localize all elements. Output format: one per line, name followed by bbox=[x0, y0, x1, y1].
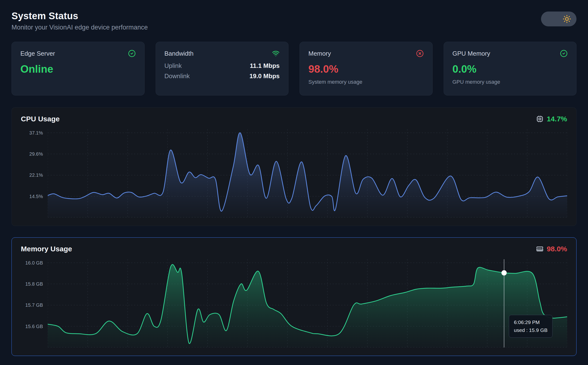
panel-header: CPU Usage 14.7% bbox=[21, 115, 567, 123]
memory-caption: System memory usage bbox=[308, 79, 424, 85]
uplink-label: Uplink bbox=[165, 62, 182, 70]
gpu-memory-percent: 0.0% bbox=[453, 63, 568, 75]
card-bandwidth: Bandwidth Uplink 11.1 Mbps Downlink 19.0… bbox=[156, 42, 289, 95]
card-gpu-memory: GPU Memory 0.0% GPU memory usage bbox=[444, 42, 577, 95]
card-label: Bandwidth bbox=[165, 50, 194, 57]
uplink-row: Uplink 11.1 Mbps bbox=[165, 62, 280, 70]
theme-toggle[interactable] bbox=[541, 12, 576, 26]
page-header: System Status Monitor your VisionAI edge… bbox=[12, 11, 576, 31]
system-status-dashboard: System Status Monitor your VisionAI edge… bbox=[0, 0, 588, 365]
memory-usage-percent: 98.0% bbox=[308, 63, 424, 75]
y-tick: 15.7 GB bbox=[25, 302, 43, 308]
panel-header: Memory Usage 98.0% bbox=[21, 245, 567, 253]
downlink-row: Downlink 19.0 Mbps bbox=[165, 72, 280, 80]
check-circle-icon bbox=[560, 50, 568, 57]
memory-y-axis: 16.0 GB 15.8 GB 15.7 GB 15.6 GB bbox=[21, 259, 48, 347]
memory-usage-value: 98.0% bbox=[547, 245, 567, 253]
y-tick: 15.6 GB bbox=[25, 323, 43, 329]
memory-chart-plot[interactable]: 6:06:29 PM used : 15.9 GB bbox=[48, 259, 567, 347]
status-cards: Edge Server Online Bandwidth bbox=[12, 42, 576, 95]
card-edge-server: Edge Server Online bbox=[12, 42, 145, 95]
cpu-metric: 14.7% bbox=[536, 115, 567, 123]
memory-metric: 98.0% bbox=[536, 245, 567, 253]
cpu-chart-plot[interactable] bbox=[48, 129, 567, 218]
sun-icon bbox=[563, 15, 571, 23]
memory-stick-icon bbox=[536, 245, 543, 253]
cpu-panel-title: CPU Usage bbox=[21, 115, 60, 123]
memory-usage-panel: Memory Usage 98.0% 16.0 GB 15.8 GB 15.7 … bbox=[12, 237, 576, 356]
downlink-label: Downlink bbox=[165, 72, 190, 80]
tooltip-value: used : 15.9 GB bbox=[514, 326, 547, 334]
y-tick: 16.0 GB bbox=[25, 260, 43, 266]
card-memory: Memory 98.0% System memory usage bbox=[300, 42, 433, 95]
cpu-chart: 37.1% 29.6% 22.1% 14.5% bbox=[21, 129, 567, 218]
edge-server-status: Online bbox=[20, 63, 136, 75]
card-header: GPU Memory bbox=[453, 50, 568, 57]
card-label: GPU Memory bbox=[453, 50, 490, 57]
card-label: Edge Server bbox=[20, 50, 55, 57]
y-tick: 15.8 GB bbox=[25, 281, 43, 287]
y-tick: 37.1% bbox=[29, 130, 43, 135]
y-tick: 22.1% bbox=[29, 172, 43, 178]
page-title: System Status bbox=[12, 11, 148, 21]
uplink-value: 11.1 Mbps bbox=[250, 62, 280, 70]
bandwidth-rows: Uplink 11.1 Mbps Downlink 19.0 Mbps bbox=[165, 62, 280, 80]
cpu-usage-value: 14.7% bbox=[547, 115, 567, 123]
wifi-icon bbox=[272, 50, 280, 57]
cpu-usage-panel: CPU Usage 14.7% 37.1% 29.6% 22.1% 14.5% bbox=[12, 107, 576, 226]
gpu-memory-caption: GPU memory usage bbox=[453, 79, 568, 85]
cpu-y-axis: 37.1% 29.6% 22.1% 14.5% bbox=[21, 129, 48, 218]
header-titles: System Status Monitor your VisionAI edge… bbox=[12, 11, 148, 31]
downlink-value: 19.0 Mbps bbox=[249, 72, 280, 80]
memory-panel-title: Memory Usage bbox=[21, 245, 72, 253]
card-header: Edge Server bbox=[20, 50, 136, 57]
memory-chart: 16.0 GB 15.8 GB 15.7 GB 15.6 GB 6:06:29 … bbox=[21, 259, 567, 347]
cpu-chip-icon bbox=[536, 115, 543, 123]
chart-tooltip: 6:06:29 PM used : 15.9 GB bbox=[509, 315, 553, 338]
card-label: Memory bbox=[308, 50, 331, 57]
y-tick: 29.6% bbox=[29, 151, 43, 157]
check-circle-icon bbox=[128, 50, 136, 57]
card-header: Bandwidth bbox=[165, 50, 280, 57]
tooltip-time: 6:06:29 PM bbox=[514, 318, 547, 326]
card-header: Memory bbox=[308, 50, 424, 57]
y-tick: 14.5% bbox=[29, 194, 43, 199]
page-subtitle: Monitor your VisionAI edge device perfor… bbox=[12, 24, 148, 31]
x-circle-icon bbox=[416, 50, 424, 57]
